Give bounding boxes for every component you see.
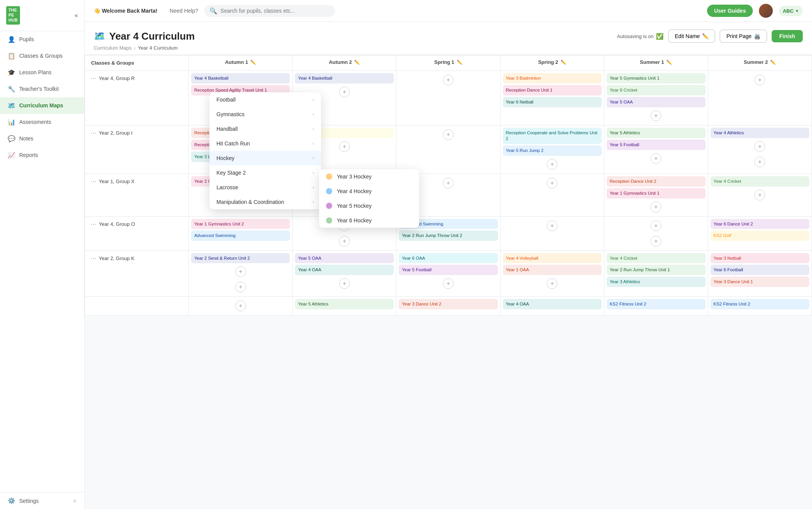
dropdown-menu: Football›Gymnastics›Handball›Hit Catch R…: [210, 92, 321, 209]
dropdown-chevron-hockey: ›: [313, 155, 314, 161]
dropdown-item-hockey[interactable]: Hockey›: [210, 151, 321, 165]
dropdown-item-manipulation[interactable]: Manipulation & Coordination›: [210, 195, 321, 209]
submenu-item-year5-hockey[interactable]: Year 5 Hockey: [319, 199, 419, 213]
dropdown-items: Football›Gymnastics›Handball›Hit Catch R…: [210, 92, 321, 209]
dropdown-chevron-handball: ›: [313, 126, 314, 132]
submenu-color-year5-hockey: [326, 203, 332, 209]
dropdown-item-key-stage-2[interactable]: Key Stage 2›: [210, 165, 321, 180]
dropdown-chevron-key-stage-2: ›: [313, 170, 314, 175]
submenu-label-year4-hockey: Year 4 Hockey: [337, 188, 372, 194]
dropdown-overlay[interactable]: [0, 0, 812, 509]
submenu-label-year3-hockey: Year 3 Hockey: [337, 174, 372, 180]
dropdown-label-lacrosse: Lacrosse: [216, 184, 238, 190]
dropdown-label-football: Football: [216, 97, 236, 103]
submenu-items: Year 3 HockeyYear 4 HockeyYear 5 HockeyY…: [319, 169, 419, 228]
dropdown-chevron-manipulation: ›: [313, 199, 314, 205]
dropdown-chevron-hit-catch-run: ›: [313, 141, 314, 146]
dropdown-label-hockey: Hockey: [216, 155, 235, 161]
submenu-item-year3-hockey[interactable]: Year 3 Hockey: [319, 169, 419, 184]
dropdown-label-key-stage-2: Key Stage 2: [216, 170, 246, 176]
dropdown-chevron-gymnastics: ›: [313, 112, 314, 117]
submenu-label-year6-hockey: Year 6 Hockey: [337, 217, 372, 224]
dropdown-item-gymnastics[interactable]: Gymnastics›: [210, 107, 321, 122]
submenu-color-year4-hockey: [326, 188, 332, 194]
submenu-color-year6-hockey: [326, 217, 332, 224]
dropdown-label-gymnastics: Gymnastics: [216, 111, 245, 117]
submenu-item-year6-hockey[interactable]: Year 6 Hockey: [319, 213, 419, 228]
submenu-item-year4-hockey[interactable]: Year 4 Hockey: [319, 184, 419, 199]
dropdown-item-handball[interactable]: Handball›: [210, 122, 321, 136]
dropdown-chevron-football: ›: [313, 97, 314, 102]
submenu-color-year3-hockey: [326, 174, 332, 180]
dropdown-item-lacrosse[interactable]: Lacrosse›: [210, 180, 321, 195]
submenu: Year 3 HockeyYear 4 HockeyYear 5 HockeyY…: [319, 169, 419, 228]
dropdown-label-handball: Handball: [216, 126, 238, 132]
dropdown-label-manipulation: Manipulation & Coordination: [216, 199, 284, 205]
dropdown-label-hit-catch-run: Hit Catch Run: [216, 140, 250, 147]
dropdown-item-hit-catch-run[interactable]: Hit Catch Run›: [210, 136, 321, 151]
submenu-label-year5-hockey: Year 5 Hockey: [337, 203, 372, 209]
dropdown-item-football[interactable]: Football›: [210, 92, 321, 107]
dropdown-chevron-lacrosse: ›: [313, 185, 314, 190]
